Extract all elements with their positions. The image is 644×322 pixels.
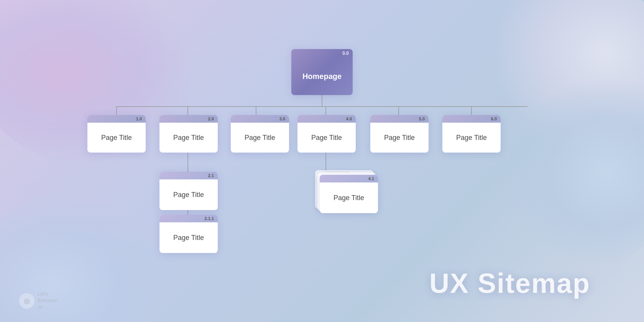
node-2-1-1[interactable]: 2.1.1 Page Title — [159, 215, 218, 253]
node-6-0-id: 6.0 — [442, 115, 501, 123]
node-6-0-label: Page Title — [442, 123, 501, 153]
node-3-0-id: 3.0 — [231, 115, 289, 123]
homepage-node-id: 0.0 — [291, 49, 353, 58]
node-5-0-label: Page Title — [370, 123, 429, 153]
logo: ◎ Let's Enhance .io — [19, 291, 57, 310]
node-2-1-label: Page Title — [159, 179, 218, 210]
node-4-1[interactable]: 4.1 Page Title — [320, 175, 378, 213]
node-2-1-1-id: 2.1.1 — [159, 215, 218, 222]
node-4-0[interactable]: 4.0 Page Title — [297, 115, 356, 153]
node-2-1-1-label: Page Title — [159, 222, 218, 253]
node-3-0-label: Page Title — [231, 123, 289, 153]
node-4-1-label: Page Title — [320, 182, 378, 213]
node-6-0[interactable]: 6.0 Page Title — [442, 115, 501, 153]
node-4-1-front[interactable]: 4.1 Page Title — [320, 175, 378, 213]
node-2-0[interactable]: 2.0 Page Title — [159, 115, 218, 153]
main-content: 0.0 Homepage 1.0 Page Title 2.0 Page Tit… — [0, 0, 644, 322]
node-4-1-id: 4.1 — [320, 175, 378, 182]
node-1-0[interactable]: 1.0 Page Title — [87, 115, 146, 153]
node-1-0-id: 1.0 — [87, 115, 146, 123]
node-5-0-id: 5.0 — [370, 115, 429, 123]
logo-text: Let's Enhance .io — [38, 291, 57, 310]
node-4-0-label: Page Title — [297, 123, 356, 153]
sitemap-title: UX Sitemap — [429, 268, 590, 299]
node-2-0-label: Page Title — [159, 123, 218, 153]
node-4-0-id: 4.0 — [297, 115, 356, 123]
node-2-1-id: 2.1 — [159, 172, 218, 179]
node-2-0-id: 2.0 — [159, 115, 218, 123]
node-5-0[interactable]: 5.0 Page Title — [370, 115, 429, 153]
homepage-node[interactable]: 0.0 Homepage — [291, 49, 353, 95]
node-1-0-label: Page Title — [87, 123, 146, 153]
node-2-1[interactable]: 2.1 Page Title — [159, 172, 218, 210]
node-3-0[interactable]: 3.0 Page Title — [231, 115, 289, 153]
logo-icon: ◎ — [19, 293, 34, 309]
homepage-node-label: Homepage — [291, 58, 353, 95]
